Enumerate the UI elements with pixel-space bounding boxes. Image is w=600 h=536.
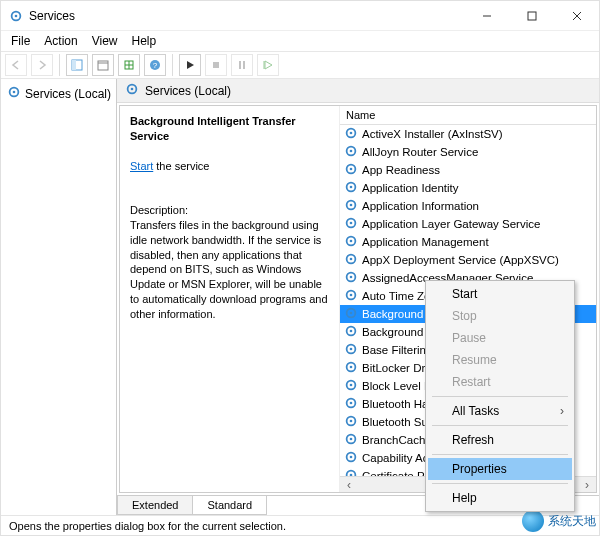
info-service-name: Background Intelligent Transfer Service [130, 115, 296, 142]
close-button[interactable] [554, 1, 599, 31]
watermark: 系统天地 [522, 510, 596, 532]
svg-text:?: ? [153, 61, 158, 70]
ctx-stop[interactable]: Stop [428, 305, 572, 327]
ctx-properties[interactable]: Properties [428, 458, 572, 480]
svg-rect-15 [243, 61, 245, 69]
gear-icon [344, 162, 358, 178]
scroll-right-arrow[interactable]: › [580, 478, 594, 492]
svg-point-22 [350, 132, 353, 135]
svg-point-38 [350, 276, 353, 279]
show-hide-tree-button[interactable] [66, 54, 88, 76]
gear-icon [125, 82, 139, 99]
ctx-separator [432, 425, 568, 426]
service-row[interactable]: Application Layer Gateway Service [340, 215, 596, 233]
gear-icon [344, 360, 358, 376]
service-name-label: Application Information [362, 200, 479, 212]
svg-point-34 [350, 240, 353, 243]
service-row[interactable]: AllJoyn Router Service [340, 143, 596, 161]
svg-point-56 [350, 438, 353, 441]
properties-toolbar-button[interactable] [92, 54, 114, 76]
description-text: Transfers files in the background using … [130, 219, 328, 320]
svg-point-32 [350, 222, 353, 225]
console-tree[interactable]: Services (Local) [1, 79, 117, 515]
ctx-start[interactable]: Start [428, 283, 572, 305]
svg-rect-13 [213, 62, 219, 68]
ctx-all-tasks[interactable]: All Tasks [428, 400, 572, 422]
gear-icon [344, 324, 358, 340]
gear-icon [344, 252, 358, 268]
service-row[interactable]: Application Identity [340, 179, 596, 197]
svg-point-48 [350, 366, 353, 369]
svg-point-46 [350, 348, 353, 351]
svg-point-52 [350, 402, 353, 405]
gear-icon [344, 432, 358, 448]
stop-service-button[interactable] [205, 54, 227, 76]
column-header-name[interactable]: Name [340, 106, 596, 125]
service-row[interactable]: AppX Deployment Service (AppXSVC) [340, 251, 596, 269]
svg-point-20 [131, 88, 134, 91]
ctx-pause[interactable]: Pause [428, 327, 572, 349]
nav-forward-button[interactable] [31, 54, 53, 76]
service-name-label: App Readiness [362, 164, 440, 176]
tree-root-label: Services (Local) [25, 87, 111, 101]
scroll-left-arrow[interactable]: ‹ [342, 478, 356, 492]
maximize-button[interactable] [509, 1, 554, 31]
ctx-separator [432, 396, 568, 397]
svg-point-28 [350, 186, 353, 189]
gear-icon [344, 306, 358, 322]
menu-help[interactable]: Help [132, 34, 157, 48]
globe-icon [522, 510, 544, 532]
nav-back-button[interactable] [5, 54, 27, 76]
gear-icon [344, 270, 358, 286]
menu-file[interactable]: File [11, 34, 30, 48]
service-row[interactable]: Application Information [340, 197, 596, 215]
watermark-text: 系统天地 [548, 513, 596, 530]
pause-service-button[interactable] [231, 54, 253, 76]
gear-icon [344, 468, 358, 476]
restart-service-button[interactable] [257, 54, 279, 76]
minimize-button[interactable] [464, 1, 509, 31]
svg-point-18 [13, 91, 16, 94]
service-name-label: AllJoyn Router Service [362, 146, 478, 158]
tree-root-services[interactable]: Services (Local) [1, 83, 116, 104]
svg-point-36 [350, 258, 353, 261]
ctx-refresh[interactable]: Refresh [428, 429, 572, 451]
start-suffix: the service [153, 160, 209, 172]
svg-point-54 [350, 420, 353, 423]
service-name-label: BranchCache [362, 434, 432, 446]
start-service-button[interactable] [179, 54, 201, 76]
svg-rect-8 [98, 61, 108, 70]
start-service-link[interactable]: Start [130, 160, 153, 172]
export-list-button[interactable] [118, 54, 140, 76]
gear-icon [344, 234, 358, 250]
svg-rect-14 [239, 61, 241, 69]
service-row[interactable]: Application Management [340, 233, 596, 251]
svg-point-42 [350, 312, 353, 315]
gear-icon [344, 396, 358, 412]
gear-icon [344, 144, 358, 160]
ctx-resume[interactable]: Resume [428, 349, 572, 371]
ctx-help[interactable]: Help [428, 487, 572, 509]
svg-point-58 [350, 456, 353, 459]
svg-point-30 [350, 204, 353, 207]
ctx-separator [432, 483, 568, 484]
tab-standard[interactable]: Standard [192, 496, 267, 515]
gear-icon [7, 85, 21, 102]
gear-icon [344, 216, 358, 232]
help-toolbar-button[interactable]: ? [144, 54, 166, 76]
tab-extended[interactable]: Extended [117, 496, 193, 515]
context-menu: Start Stop Pause Resume Restart All Task… [425, 280, 575, 512]
service-row[interactable]: App Readiness [340, 161, 596, 179]
gear-icon [344, 198, 358, 214]
gear-icon [344, 288, 358, 304]
gear-icon [344, 126, 358, 142]
service-row[interactable]: ActiveX Installer (AxInstSV) [340, 125, 596, 143]
service-name-label: Application Layer Gateway Service [362, 218, 540, 230]
svg-point-40 [350, 294, 353, 297]
menu-action[interactable]: Action [44, 34, 77, 48]
svg-point-44 [350, 330, 353, 333]
window-title: Services [29, 9, 75, 23]
ctx-restart[interactable]: Restart [428, 371, 572, 393]
gear-icon [344, 342, 358, 358]
menu-view[interactable]: View [92, 34, 118, 48]
